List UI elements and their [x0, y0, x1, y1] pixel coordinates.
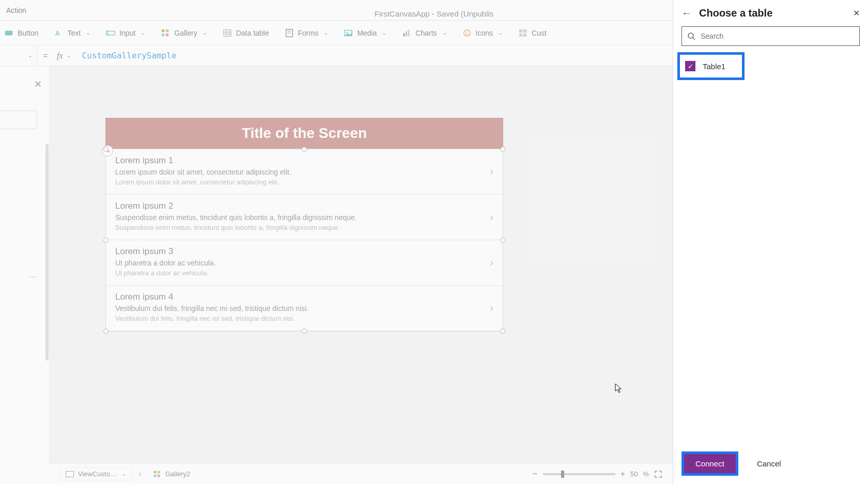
selection-handle[interactable]: [103, 329, 109, 334]
zoom-pct: %: [643, 470, 649, 478]
zoom-value: 50: [630, 470, 638, 478]
custom-icon: [518, 28, 528, 38]
breadcrumb-screen[interactable]: ViewCusto… ⌄: [60, 467, 132, 480]
chevron-right-icon[interactable]: ›: [490, 211, 493, 224]
ribbon-custom-label: Cust: [532, 29, 547, 37]
selection-handle[interactable]: [103, 238, 109, 243]
input-icon: [106, 28, 115, 38]
datatable-icon: [223, 28, 232, 38]
gallery-item[interactable]: Lorem ipsum 2 Suspendisse enim metus, ti…: [106, 195, 503, 240]
chevron-down-icon: ⌄: [141, 29, 145, 36]
tree-search-input[interactable]: [0, 111, 37, 129]
checkbox-checked-icon[interactable]: ✓: [685, 61, 695, 71]
scrollbar[interactable]: [45, 144, 49, 361]
panel-header: ← Choose a table ✕: [673, 0, 868, 26]
gallery[interactable]: ✎ Lorem ipsum 1 Lorem ipsum dolor sit am…: [105, 149, 503, 332]
ribbon-custom[interactable]: Cust: [518, 28, 547, 38]
search-input[interactable]: [701, 32, 854, 40]
svg-rect-28: [66, 471, 74, 477]
item-body: Vestibulum dui felis, fringilla nec mi s…: [115, 315, 493, 322]
svg-line-34: [693, 38, 695, 40]
ribbon-gallery[interactable]: Gallery ⌄: [161, 28, 207, 38]
gallery-item[interactable]: Lorem ipsum 3 Ut pharetra a dolor ac veh…: [106, 240, 503, 286]
screen: Title of the Screen ✎ Lorem ipsum 1 Lore…: [105, 118, 503, 332]
svg-rect-6: [162, 33, 164, 36]
search-icon: [687, 32, 695, 40]
table-option[interactable]: ✓ Table1: [677, 52, 745, 80]
item-subtitle: Lorem ipsum dolor sit amet, consectetur …: [115, 168, 493, 176]
fx-label: fx: [57, 51, 63, 60]
chevron-down-icon: ⌄: [498, 29, 503, 36]
ribbon-charts-label: Charts: [415, 29, 437, 37]
search-field[interactable]: [681, 26, 860, 46]
zoom-in-button[interactable]: +: [621, 470, 625, 479]
svg-rect-29: [154, 471, 157, 473]
fx-button[interactable]: fx ⌄: [54, 51, 74, 60]
svg-rect-20: [408, 29, 410, 36]
property-dropdown[interactable]: ⌄: [0, 45, 37, 66]
svg-text:A: A: [55, 29, 60, 37]
chevron-right-icon[interactable]: ›: [490, 165, 493, 179]
svg-point-22: [465, 32, 466, 33]
item-subtitle: Ut pharetra a dolor ac vehicula.: [115, 259, 493, 267]
selection-handle[interactable]: [302, 329, 307, 334]
ribbon-media[interactable]: Media ⌄: [344, 28, 386, 38]
ribbon-text[interactable]: A Text ⌄: [54, 28, 90, 38]
svg-rect-18: [404, 33, 405, 36]
ribbon-button[interactable]: Button: [4, 28, 38, 38]
equals-sign: =: [37, 51, 54, 60]
chevron-down-icon: ⌄: [203, 29, 207, 36]
svg-rect-31: [154, 474, 157, 477]
tree-panel: ✕ ⋯: [0, 66, 50, 463]
ribbon-forms[interactable]: Forms ⌄: [285, 28, 329, 38]
svg-rect-19: [406, 31, 408, 36]
icons-icon: [462, 28, 472, 38]
svg-rect-25: [523, 29, 526, 32]
formula-input[interactable]: CustomGallerySample: [74, 51, 177, 60]
connect-button[interactable]: Connect: [684, 454, 736, 473]
chevron-down-icon: ⌄: [28, 52, 33, 59]
chevron-right-icon[interactable]: ›: [490, 256, 493, 270]
ribbon-icons-label: Icons: [476, 29, 493, 37]
zoom-controls: − + 50 %: [532, 469, 662, 479]
selection-handle[interactable]: [500, 329, 505, 334]
cancel-button[interactable]: Cancel: [746, 454, 793, 473]
tab-action[interactable]: Action: [0, 1, 33, 20]
ribbon-datatable[interactable]: Data table: [223, 28, 269, 38]
svg-rect-30: [158, 471, 160, 473]
breadcrumb-control[interactable]: Gallery2: [148, 468, 195, 480]
ribbon-icons[interactable]: Icons ⌄: [462, 28, 503, 38]
svg-rect-0: [5, 30, 12, 35]
ribbon-input[interactable]: Input ⌄: [106, 28, 145, 38]
media-icon: [344, 28, 353, 38]
selection-handle[interactable]: [500, 147, 505, 152]
selection-handle[interactable]: [103, 147, 109, 152]
choose-table-panel: ← Choose a table ✕ ✓ Table1 Connect Canc…: [673, 0, 868, 484]
chevron-down-icon: ⌄: [323, 29, 328, 36]
item-title: Lorem ipsum 4: [115, 292, 493, 302]
item-subtitle: Suspendisse enim metus, tincidunt quis l…: [115, 213, 493, 222]
svg-rect-27: [523, 33, 526, 36]
svg-rect-26: [519, 33, 522, 36]
gallery-item[interactable]: Lorem ipsum 1 Lorem ipsum dolor sit amet…: [106, 149, 503, 195]
chevron-right-icon[interactable]: ›: [490, 302, 493, 315]
chevron-down-icon: ⌄: [86, 29, 90, 36]
zoom-out-button[interactable]: −: [532, 469, 538, 479]
gallery-item[interactable]: Lorem ipsum 4 Vestibulum dui felis, frin…: [106, 286, 503, 331]
selection-handle[interactable]: [302, 147, 307, 152]
ribbon-gallery-label: Gallery: [174, 29, 197, 37]
ribbon-charts[interactable]: Charts ⌄: [402, 28, 446, 38]
more-icon[interactable]: ⋯: [29, 272, 38, 282]
item-title: Lorem ipsum 3: [115, 246, 493, 257]
selection-handle[interactable]: [500, 238, 505, 243]
text-icon: A: [54, 28, 63, 38]
fit-screen-icon[interactable]: [654, 470, 662, 478]
table-name: Table1: [703, 62, 725, 71]
item-title: Lorem ipsum 2: [115, 201, 493, 211]
close-icon[interactable]: ✕: [853, 8, 860, 18]
zoom-slider[interactable]: [543, 473, 615, 475]
item-subtitle: Vestibulum dui felis, fringilla nec mi s…: [115, 304, 493, 313]
slider-thumb[interactable]: [561, 471, 564, 478]
back-arrow-icon[interactable]: ←: [681, 7, 692, 19]
close-icon[interactable]: ✕: [34, 79, 42, 90]
